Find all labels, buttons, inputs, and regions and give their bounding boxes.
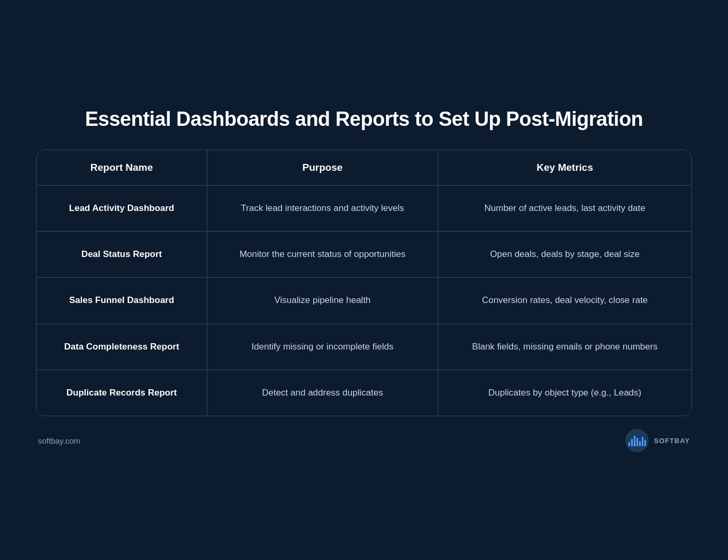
metrics-cell: Duplicates by object type (e.g., Leads) (438, 370, 691, 416)
page-wrapper: Essential Dashboards and Reports to Set … (36, 108, 692, 453)
purpose-cell: Detect and address duplicates (207, 370, 438, 416)
logo-bar-3 (634, 436, 635, 446)
purpose-cell: Identify missing or incomplete fields (207, 324, 438, 370)
metrics-cell: Open deals, deals by stage, deal size (438, 231, 691, 277)
logo-bar-5 (639, 441, 641, 446)
report-name-cell: Lead Activity Dashboard (37, 185, 207, 231)
col-header-report-name: Report Name (37, 150, 207, 186)
footer: softbay.com SOFTBAY (36, 429, 692, 452)
metrics-cell: Number of active leads, last activity da… (438, 185, 691, 231)
table-row: Data Completeness ReportIdentify missing… (37, 324, 691, 370)
logo-bar-2 (631, 439, 633, 446)
logo-bar-1 (629, 442, 630, 446)
logo-bar-4 (636, 438, 638, 446)
col-header-key-metrics: Key Metrics (438, 150, 691, 186)
table-row: Sales Funnel DashboardVisualize pipeline… (37, 278, 691, 324)
logo-bars (629, 435, 646, 446)
logo-bar-6 (642, 437, 643, 446)
report-name-cell: Deal Status Report (37, 231, 207, 277)
main-table: Report Name Purpose Key Metrics Lead Act… (37, 150, 691, 416)
purpose-cell: Track lead interactions and activity lev… (207, 185, 438, 231)
metrics-cell: Conversion rates, deal velocity, close r… (438, 278, 691, 324)
logo-icon (625, 429, 649, 452)
table-container: Report Name Purpose Key Metrics Lead Act… (36, 150, 692, 417)
footer-domain: softbay.com (38, 436, 80, 445)
logo-text: SOFTBAY (654, 437, 690, 445)
logo-bar-7 (644, 440, 646, 446)
table-header-row: Report Name Purpose Key Metrics (37, 150, 691, 186)
purpose-cell: Monitor the current status of opportunit… (207, 231, 438, 277)
table-row: Deal Status ReportMonitor the current st… (37, 231, 691, 277)
metrics-cell: Blank fields, missing emails or phone nu… (438, 324, 691, 370)
table-row: Duplicate Records ReportDetect and addre… (37, 370, 691, 416)
table-row: Lead Activity DashboardTrack lead intera… (37, 185, 691, 231)
page-title: Essential Dashboards and Reports to Set … (85, 108, 643, 131)
footer-logo: SOFTBAY (625, 429, 690, 452)
purpose-cell: Visualize pipeline health (207, 278, 438, 324)
report-name-cell: Data Completeness Report (37, 324, 207, 370)
report-name-cell: Sales Funnel Dashboard (37, 278, 207, 324)
report-name-cell: Duplicate Records Report (37, 370, 207, 416)
col-header-purpose: Purpose (207, 150, 438, 186)
